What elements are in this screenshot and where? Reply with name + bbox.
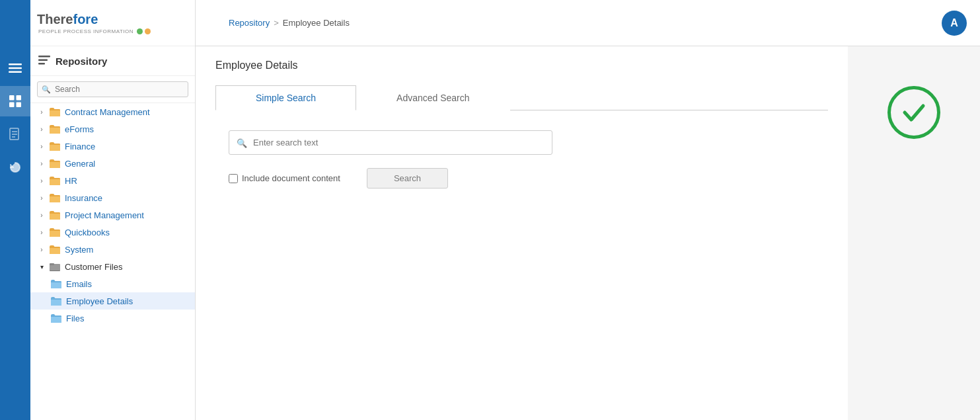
svg-rect-0 [9, 63, 22, 65]
sidebar-item-project-management[interactable]: › Project Management [30, 206, 195, 224]
page-title: Employee Details [215, 60, 828, 71]
sidebar-section-header: Repository [30, 46, 195, 76]
folder-icon-small [50, 278, 63, 289]
icon-bar [0, 0, 30, 183]
sidebar-item-contract-management[interactable]: › Contract Management [30, 103, 195, 120]
sidebar-item-label: HR [65, 176, 77, 186]
sidebar-item-finance[interactable]: › Finance [30, 138, 195, 155]
svg-rect-13 [38, 63, 45, 65]
tab-advanced-search[interactable]: Advanced Search [356, 85, 510, 110]
chevron-right-icon: › [37, 107, 46, 116]
sidebar-item-label: General [65, 159, 95, 169]
breadcrumb: Repository > Employee Details [229, 18, 350, 28]
sidebar-search-icon: 🔍 [42, 85, 51, 94]
logo: Therefore PEOPLE PROCESS INFORMATION [37, 12, 151, 34]
folder-icon [49, 210, 62, 220]
chevron-right-icon: › [37, 210, 46, 220]
svg-rect-6 [17, 103, 22, 108]
repository-icon [38, 56, 50, 67]
folder-icon [49, 124, 62, 134]
chevron-right-icon: › [37, 228, 46, 237]
sidebar-item-label: Finance [65, 142, 95, 151]
svg-rect-4 [17, 95, 22, 101]
search-section: 🔍 Include document content Search [215, 130, 828, 189]
chevron-right-icon: › [37, 142, 46, 151]
sidebar-item-employee-details[interactable]: Employee Details [30, 292, 195, 310]
breadcrumb-separator: > [274, 18, 279, 28]
menu-icon[interactable] [0, 53, 30, 83]
tab-simple-search[interactable]: Simple Search [215, 85, 356, 110]
folder-icon [49, 158, 62, 169]
svg-rect-3 [9, 95, 15, 101]
sidebar-item-system[interactable]: › System [30, 241, 195, 258]
success-overlay [848, 46, 980, 420]
sidebar-item-label: System [65, 245, 93, 255]
sidebar-item-files[interactable]: Files [30, 310, 195, 327]
svg-rect-1 [9, 67, 22, 69]
sidebar-item-general[interactable]: › General [30, 155, 195, 172]
sidebar-item-emails[interactable]: Emails [30, 275, 195, 292]
folder-icon [49, 175, 62, 186]
refresh-icon[interactable] [0, 152, 30, 183]
sidebar-item-label: Customer Files [65, 262, 122, 272]
chevron-right-icon: › [37, 193, 46, 202]
sidebar-item-label: Contract Management [65, 107, 150, 117]
sidebar-item-label: eForms [65, 124, 94, 134]
search-input[interactable] [229, 130, 552, 155]
svg-rect-5 [9, 103, 15, 108]
sidebar-item-label: Employee Details [66, 296, 133, 306]
sidebar-tree: › Contract Management › eForms › [30, 103, 195, 420]
svg-rect-12 [38, 59, 48, 61]
sidebar-item-quickbooks[interactable]: › Quickbooks [30, 224, 195, 241]
folder-icon [49, 227, 62, 237]
search-magnifier-icon: 🔍 [237, 138, 247, 147]
success-checkmark [887, 86, 940, 139]
sidebar-search-input[interactable] [37, 81, 188, 97]
content-main: Employee Details Simple Search Advanced … [196, 46, 848, 420]
sidebar-search-area: 🔍 [30, 76, 195, 103]
sidebar-item-label: Insurance [65, 193, 102, 203]
sidebar-item-label: Project Management [65, 210, 144, 220]
user-avatar[interactable]: A [942, 11, 967, 36]
sidebar-item-label: Emails [66, 279, 92, 289]
folder-icon-small [50, 313, 63, 323]
sidebar-item-eforms[interactable]: › eForms [30, 120, 195, 138]
folder-icon-small [50, 296, 63, 306]
svg-rect-16 [50, 263, 54, 265]
sidebar-title: Repository [56, 56, 107, 67]
breadcrumb-current: Employee Details [283, 18, 350, 28]
sidebar-item-label: Files [66, 314, 84, 323]
chevron-right-icon: › [37, 124, 46, 134]
folder-icon [49, 106, 62, 117]
sidebar-item-hr[interactable]: › HR [30, 172, 195, 189]
chevron-right-icon: › [37, 176, 46, 185]
top-bar: Repository > Employee Details A [196, 0, 980, 46]
docs-icon[interactable] [0, 119, 30, 149]
sidebar-item-customer-files[interactable]: ▾ Customer Files [30, 258, 195, 275]
chevron-right-icon: › [37, 245, 46, 254]
sidebar-item-label: Quickbooks [65, 228, 110, 237]
dashboard-icon[interactable] [0, 86, 30, 116]
include-doc-content-label[interactable]: Include document content [229, 173, 340, 183]
include-doc-content-checkbox[interactable] [229, 174, 238, 183]
folder-open-icon [49, 261, 62, 272]
sidebar: Therefore PEOPLE PROCESS INFORMATION Rep… [30, 0, 196, 420]
folder-icon [49, 141, 62, 151]
folder-icon [49, 192, 62, 203]
search-tabs: Simple Search Advanced Search [215, 85, 828, 110]
folder-icon [49, 244, 62, 255]
svg-rect-2 [9, 71, 22, 73]
sidebar-item-insurance[interactable]: › Insurance [30, 189, 195, 206]
chevron-down-icon: ▾ [37, 262, 46, 271]
include-doc-content-text: Include document content [242, 173, 340, 183]
search-button[interactable]: Search [367, 168, 448, 189]
svg-rect-11 [38, 56, 50, 58]
chevron-right-icon: › [37, 159, 46, 168]
breadcrumb-repository[interactable]: Repository [229, 18, 270, 28]
